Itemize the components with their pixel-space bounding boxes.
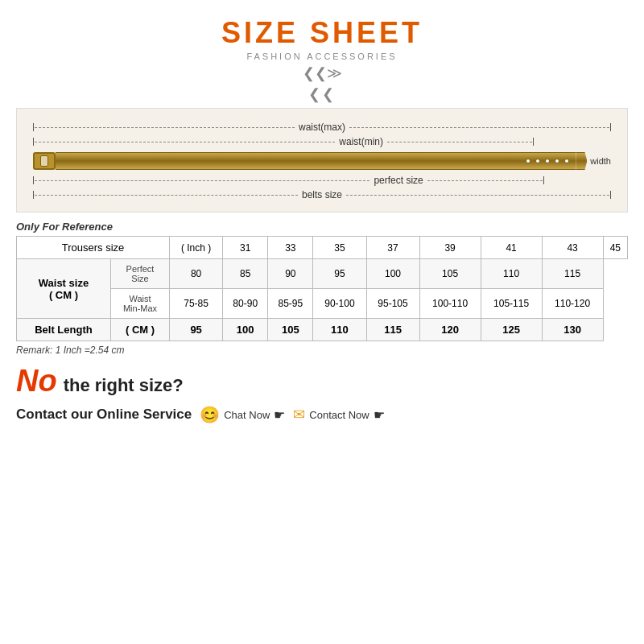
tick-right-2 — [533, 138, 534, 146]
waist-max-label: waist(max) — [295, 122, 349, 133]
perfect-size-label: perfect size — [369, 175, 427, 186]
tick-right-3 — [543, 176, 544, 184]
val-105: 105 — [419, 259, 481, 289]
inch-header: ( Inch ) — [170, 237, 223, 259]
no-right-size-row: No the right size? — [16, 364, 628, 398]
contact-row: Contact our Online Service 😊 Chat Now ☛ … — [16, 405, 628, 424]
chevron-icon: ❮❮≫ — [16, 64, 628, 82]
no-text: No — [16, 364, 57, 398]
belt-strap — [56, 152, 519, 170]
belt-buckle — [33, 152, 56, 170]
waist-minmax-cell: WaistMin-Max — [110, 289, 169, 319]
table-header-row: Trousers size ( Inch ) 31 33 35 37 39 41… — [17, 237, 628, 259]
val-115: 115 — [542, 259, 603, 289]
bl-95: 95 — [170, 319, 223, 341]
waist-max-row: waist(max) — [33, 120, 611, 134]
mail-icon: ✉ — [293, 406, 305, 423]
hole-1 — [526, 159, 530, 163]
dashes — [35, 127, 295, 128]
tick-left-4 — [33, 191, 34, 199]
bl-125: 125 — [481, 319, 542, 341]
belt-graphic: width — [33, 152, 611, 170]
dashes-right — [349, 127, 609, 128]
width-label: width — [590, 156, 611, 166]
val-80: 80 — [170, 259, 223, 289]
range-90-100: 90-100 — [313, 289, 366, 319]
col-45: 45 — [603, 237, 627, 259]
reference-note: Only For Reference — [16, 221, 628, 233]
belt-holes — [519, 152, 576, 170]
waist-min-label: waist(min) — [335, 136, 387, 147]
tick-right — [610, 123, 611, 131]
trousers-size-header: Trousers size — [17, 237, 170, 259]
waist-size-label: Waist size( CM ) — [17, 259, 111, 319]
val-95: 95 — [313, 259, 366, 289]
right-size-text: the right size? — [64, 375, 184, 396]
belt-size-row: belts size — [33, 188, 611, 202]
col-43: 43 — [542, 237, 603, 259]
dashes-2 — [35, 142, 335, 142]
range-85-95: 85-95 — [268, 289, 313, 319]
val-90: 90 — [268, 259, 313, 289]
hole-2 — [535, 159, 540, 163]
col-31: 31 — [223, 237, 268, 259]
belt-diagram: waist(max) waist(min) — [16, 108, 628, 213]
range-95-105: 95-105 — [366, 289, 419, 319]
hand-icon-chat: ☛ — [274, 407, 285, 423]
perfect-size-cell: PerfectSize — [110, 259, 169, 289]
subtitle: FASHION ACCESSORIES — [16, 52, 628, 61]
table-row: Waist size( CM ) PerfectSize 80 85 90 95… — [17, 259, 628, 289]
dashes-right-2 — [387, 142, 532, 142]
dashes-right-4 — [346, 195, 609, 196]
remark: Remark: 1 Inch =2.54 cm — [16, 345, 628, 356]
dashes-right-3 — [427, 180, 543, 181]
double-chevron-icon: ❮❮ — [16, 85, 628, 103]
waist-min-row: waist(min) — [33, 134, 611, 149]
contact-now-label: Contact Now — [309, 409, 369, 421]
bl-100: 100 — [223, 319, 268, 341]
belt-tip — [576, 152, 587, 170]
col-39: 39 — [419, 237, 481, 259]
contact-label: Contact our Online Service — [16, 407, 192, 423]
col-41: 41 — [481, 237, 542, 259]
belt-length-unit: ( CM ) — [110, 319, 169, 341]
perfect-size-row: perfect size — [33, 173, 611, 188]
bl-120: 120 — [419, 319, 481, 341]
tick-left — [33, 123, 34, 131]
dashes-3 — [35, 180, 369, 181]
belts-size-label: belts size — [298, 189, 346, 200]
contact-now-button[interactable]: ✉ Contact Now ☛ — [293, 406, 384, 423]
range-75-85: 75-85 — [170, 289, 223, 319]
size-table: Trousers size ( Inch ) 31 33 35 37 39 41… — [16, 236, 628, 341]
dashes-4 — [35, 195, 298, 196]
chat-icon: 😊 — [200, 405, 220, 424]
range-110-120: 110-120 — [542, 289, 603, 319]
bl-130: 130 — [542, 319, 603, 341]
bl-115: 115 — [366, 319, 419, 341]
col-37: 37 — [366, 237, 419, 259]
hole-5 — [564, 159, 569, 163]
range-80-90: 80-90 — [223, 289, 268, 319]
hand-icon-contact: ☛ — [374, 407, 385, 423]
range-100-110: 100-110 — [419, 289, 481, 319]
val-85: 85 — [223, 259, 268, 289]
tick-left-2 — [33, 138, 34, 146]
col-33: 33 — [268, 237, 313, 259]
title-section: SIZE SHEET FASHION ACCESSORIES ❮❮≫ ❮❮ — [16, 16, 628, 103]
chat-now-label: Chat Now — [224, 409, 270, 421]
val-100: 100 — [366, 259, 419, 289]
belt-length-row: Belt Length ( CM ) 95 100 105 110 115 12… — [17, 319, 628, 341]
tick-right-4 — [610, 191, 611, 199]
tick-left-3 — [33, 176, 34, 184]
bottom-section: No the right size? Contact our Online Se… — [16, 364, 628, 424]
col-35: 35 — [313, 237, 366, 259]
hole-4 — [555, 159, 559, 163]
val-110: 110 — [481, 259, 542, 289]
page-title: SIZE SHEET — [16, 16, 628, 50]
hole-3 — [545, 159, 550, 163]
bl-110: 110 — [313, 319, 366, 341]
range-105-115: 105-115 — [481, 289, 542, 319]
belt-length-label: Belt Length — [17, 319, 111, 341]
bl-105: 105 — [268, 319, 313, 341]
chat-now-button[interactable]: 😊 Chat Now ☛ — [200, 405, 285, 424]
